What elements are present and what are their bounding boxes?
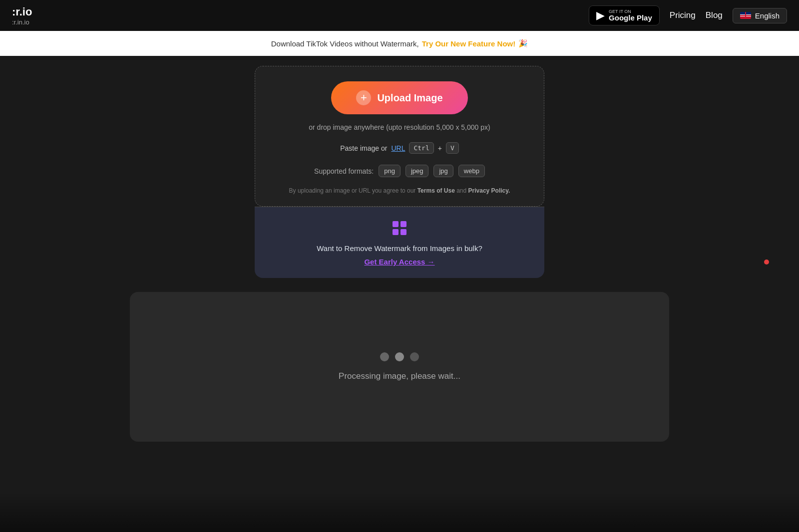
pricing-link[interactable]: Pricing (670, 10, 696, 20)
banner-cta[interactable]: Try Our New Feature Now! (422, 39, 516, 48)
processing-card: Processing image, please wait... (130, 292, 669, 442)
format-jpg: jpg (433, 165, 453, 177)
red-dot-decoration (764, 260, 769, 265)
format-jpeg: jpeg (405, 165, 429, 177)
drop-text: or drop image anywhere (upto resolution … (309, 123, 490, 131)
svg-rect-1 (400, 221, 406, 227)
language-label: English (755, 11, 780, 20)
watermark-icon (391, 219, 408, 237)
bulk-promo-title: Want to Remove Watermark from Images in … (317, 244, 482, 253)
privacy-policy-link[interactable]: Privacy Policy. (468, 187, 510, 194)
upload-image-button[interactable]: + Upload Image (331, 81, 467, 114)
google-play-text: GET IT ON Google Play (609, 9, 652, 21)
ctrl-key: Ctrl (409, 142, 433, 154)
svg-rect-3 (400, 229, 406, 235)
navbar: :r.io :r.in.io ▶ GET IT ON Google Play P… (0, 0, 799, 31)
bulk-promo-section: Want to Remove Watermark from Images in … (255, 207, 544, 278)
upload-button-label: Upload Image (377, 92, 442, 104)
processing-text: Processing image, please wait... (339, 371, 460, 381)
main-content: + Upload Image or drop image anywhere (u… (0, 56, 799, 452)
loading-dot-1 (380, 352, 389, 361)
paste-row: Paste image or URL Ctrl + V (340, 142, 459, 154)
url-link[interactable]: URL (391, 144, 405, 152)
loading-dot-2 (395, 352, 404, 361)
paste-label: Paste image or (340, 144, 387, 152)
v-key: V (446, 142, 459, 154)
google-play-icon: ▶ (596, 9, 605, 22)
blog-link[interactable]: Blog (706, 10, 723, 20)
navbar-logo: :r.io :r.in.io (12, 5, 32, 26)
svg-rect-2 (393, 229, 399, 235)
format-png: png (379, 165, 400, 177)
navbar-right: ▶ GET IT ON Google Play Pricing Blog Eng… (589, 5, 787, 25)
banner-emoji: 🎉 (518, 39, 528, 48)
formats-label: Supported formats: (314, 167, 374, 175)
loading-dots (380, 352, 419, 361)
upload-card: + Upload Image or drop image anywhere (u… (255, 66, 544, 207)
language-button[interactable]: English (733, 8, 787, 23)
bottom-section (0, 492, 799, 532)
svg-rect-0 (393, 221, 399, 227)
uk-flag-icon (740, 12, 751, 19)
google-play-button[interactable]: ▶ GET IT ON Google Play (589, 5, 660, 25)
loading-dot-3 (410, 352, 419, 361)
terms-text: By uploading an image or URL you agree t… (289, 187, 510, 194)
announcement-banner: Download TikTok Videos without Watermark… (0, 31, 799, 56)
banner-text: Download TikTok Videos without Watermark… (271, 39, 419, 48)
bulk-promo-icon (391, 219, 408, 239)
logo-main: :r.io (12, 5, 32, 18)
plus-separator: + (438, 144, 442, 152)
formats-row: Supported formats: png jpeg jpg webp (314, 165, 485, 177)
logo-sub: :r.in.io (12, 18, 32, 26)
bulk-early-access-link[interactable]: Get Early Access → (364, 258, 434, 266)
format-webp: webp (458, 165, 485, 177)
plus-icon: + (356, 90, 371, 105)
terms-of-use-link[interactable]: Terms of Use (417, 187, 455, 194)
